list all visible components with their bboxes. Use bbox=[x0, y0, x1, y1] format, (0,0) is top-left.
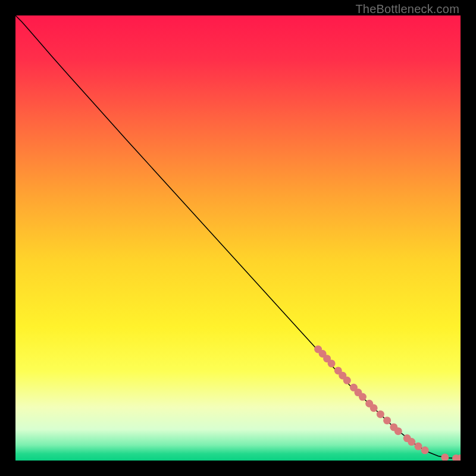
data-point bbox=[343, 377, 351, 384]
plot-svg bbox=[15, 15, 461, 461]
watermark-text: TheBottleneck.com bbox=[355, 2, 459, 16]
data-point bbox=[359, 393, 367, 401]
chart-stage: TheBottleneck.com bbox=[0, 0, 476, 476]
plot-area bbox=[15, 15, 461, 461]
data-point bbox=[383, 416, 391, 424]
data-point bbox=[370, 404, 378, 412]
data-point bbox=[414, 443, 422, 450]
data-point bbox=[408, 438, 415, 446]
data-point bbox=[421, 446, 429, 454]
gradient-background bbox=[15, 15, 461, 461]
data-point bbox=[377, 411, 384, 418]
data-point bbox=[394, 427, 402, 435]
data-point bbox=[328, 359, 336, 367]
